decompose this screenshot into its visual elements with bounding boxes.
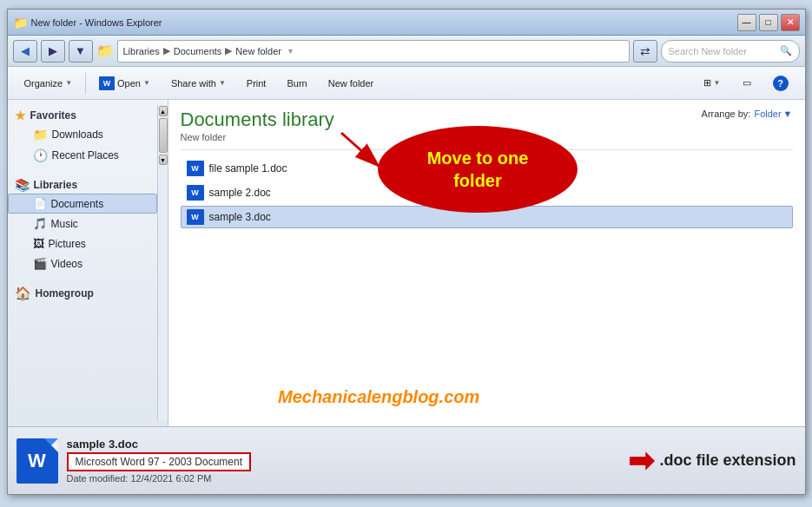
search-box[interactable]: Search New folder 🔍 bbox=[661, 40, 800, 63]
sidebar-item-music[interactable]: 🎵 Music bbox=[8, 214, 157, 234]
breadcrumb-documents[interactable]: Documents bbox=[174, 46, 222, 56]
minimize-button[interactable]: — bbox=[737, 14, 756, 31]
share-with-label: Share with bbox=[171, 78, 216, 89]
dropdown-button[interactable]: ▼ bbox=[69, 40, 93, 63]
breadcrumb-bar[interactable]: Libraries ▶ Documents ▶ New folder ▼ bbox=[117, 40, 630, 63]
file-word-icon-1: W bbox=[187, 161, 204, 176]
arrange-folder-link[interactable]: Folder ▼ bbox=[754, 109, 792, 119]
status-type-box: Microsoft Word 97 - 2003 Document bbox=[67, 452, 252, 471]
music-label: Music bbox=[51, 218, 78, 230]
recent-places-label: Recent Places bbox=[52, 149, 119, 161]
print-label: Print bbox=[247, 78, 267, 89]
file-name-1: file sample 1.doc bbox=[209, 162, 287, 174]
print-button[interactable]: Print bbox=[237, 70, 276, 96]
share-with-button[interactable]: Share with ▼ bbox=[162, 70, 235, 96]
scrollbar-up-arrow[interactable]: ▲ bbox=[159, 106, 168, 116]
file-name-2: sample 2.doc bbox=[209, 187, 271, 199]
organize-button[interactable]: Organize ▼ bbox=[15, 70, 83, 96]
new-folder-label: New folder bbox=[328, 78, 374, 89]
scrollbar-down-arrow[interactable]: ▼ bbox=[159, 155, 168, 165]
pictures-icon: 🖼 bbox=[33, 237, 44, 250]
breadcrumb-folder[interactable]: New folder bbox=[235, 46, 281, 56]
status-bar: W sample 3.doc Microsoft Word 97 - 2003 … bbox=[8, 426, 805, 494]
main-content: ★ Favorites 📁 Downloads 🕐 Recent Places bbox=[8, 100, 805, 426]
sidebar-item-recent-places[interactable]: 🕐 Recent Places bbox=[8, 145, 157, 166]
burn-label: Burn bbox=[287, 78, 307, 89]
breadcrumb-sep-1: ▶ bbox=[163, 45, 170, 56]
forward-button[interactable]: ▶ bbox=[41, 40, 65, 63]
library-info: Documents library New folder bbox=[181, 109, 334, 142]
breadcrumb-sep-2: ▶ bbox=[225, 45, 232, 56]
ext-label: .doc file extension bbox=[659, 451, 795, 470]
search-icon: 🔍 bbox=[780, 45, 792, 56]
file-area-header: Documents library New folder Arrange by:… bbox=[181, 109, 793, 142]
organize-label: Organize bbox=[24, 78, 63, 89]
open-button[interactable]: W Open ▼ bbox=[89, 70, 160, 96]
watermark-text: Mechanicalengblog.com bbox=[278, 387, 479, 407]
favorites-label: Favorites bbox=[30, 109, 76, 122]
library-title: Documents library bbox=[181, 109, 334, 131]
file-item-3[interactable]: W sample 3.doc bbox=[181, 206, 793, 228]
search-placeholder: Search New folder bbox=[669, 46, 748, 56]
sidebar-group-favorites[interactable]: ★ Favorites bbox=[8, 105, 157, 124]
libraries-icon: 📚 bbox=[15, 178, 30, 192]
pictures-label: Pictures bbox=[49, 238, 86, 250]
sidebar-item-pictures[interactable]: 🖼 Pictures bbox=[8, 234, 157, 254]
homegroup-label: Homegroup bbox=[36, 287, 94, 300]
file-word-icon-3: W bbox=[187, 209, 204, 225]
status-date-label: Date modified: bbox=[67, 473, 129, 484]
file-area-divider bbox=[181, 149, 793, 150]
libraries-label: Libraries bbox=[34, 179, 78, 191]
breadcrumb-dropdown-icon: ▼ bbox=[287, 47, 294, 56]
sidebar-group-libraries[interactable]: 📚 Libraries bbox=[8, 174, 157, 194]
file-name-3: sample 3.doc bbox=[209, 211, 271, 223]
maximize-button[interactable]: □ bbox=[759, 14, 778, 31]
refresh-button[interactable]: ⇄ bbox=[633, 40, 657, 63]
layout-button[interactable]: ▭ bbox=[733, 70, 761, 96]
sidebar-item-downloads[interactable]: 📁 Downloads bbox=[8, 124, 157, 145]
arrange-folder-label: Folder bbox=[754, 109, 781, 119]
view-icon: ⊞ bbox=[703, 77, 711, 89]
folder-title-icon: 📁 bbox=[13, 16, 28, 30]
sidebar-item-documents[interactable]: 📄 Documents bbox=[8, 194, 157, 214]
videos-icon: 🎬 bbox=[33, 257, 47, 270]
status-info: sample 3.doc Microsoft Word 97 - 2003 Do… bbox=[67, 438, 620, 484]
layout-icon: ▭ bbox=[743, 77, 751, 89]
burn-button[interactable]: Burn bbox=[277, 70, 316, 96]
downloads-icon: 📁 bbox=[33, 128, 48, 142]
music-icon: 🎵 bbox=[33, 217, 47, 230]
folder-nav-icon: 📁 bbox=[96, 43, 114, 59]
toolbar: Organize ▼ W Open ▼ Share with ▼ Print B… bbox=[8, 67, 805, 100]
downloads-label: Downloads bbox=[52, 128, 103, 141]
sidebar-scrollbar[interactable]: ▲ ▼ bbox=[157, 105, 168, 421]
documents-icon: 📄 bbox=[33, 197, 47, 210]
library-subtitle: New folder bbox=[181, 132, 334, 142]
help-button[interactable]: ? bbox=[763, 70, 798, 96]
close-button[interactable]: ✕ bbox=[781, 14, 800, 31]
sidebar-spacer-2 bbox=[8, 273, 157, 282]
sidebar-item-videos[interactable]: 🎬 Videos bbox=[8, 254, 157, 273]
breadcrumb-libraries[interactable]: Libraries bbox=[123, 46, 160, 56]
status-word-letter: W bbox=[28, 450, 46, 472]
sidebar-group-homegroup[interactable]: 🏠 Homegroup bbox=[8, 282, 157, 303]
help-icon: ? bbox=[773, 76, 789, 91]
open-chevron: ▼ bbox=[143, 79, 150, 87]
file-item-2[interactable]: W sample 2.doc bbox=[181, 181, 793, 204]
scrollbar-thumb[interactable] bbox=[159, 118, 168, 153]
bottom-arrow-icon: ➡ bbox=[628, 445, 654, 477]
back-button[interactable]: ◀ bbox=[13, 40, 37, 63]
new-folder-button[interactable]: New folder bbox=[319, 70, 384, 96]
bottom-annotation: ➡ .doc file extension bbox=[628, 445, 795, 477]
title-bar: 📁 New folder - Windows Explorer — □ ✕ bbox=[8, 10, 805, 36]
file-item-1[interactable]: W file sample 1.doc bbox=[181, 157, 793, 180]
file-list: W file sample 1.doc W sample 2.doc W sam… bbox=[181, 157, 793, 228]
homegroup-icon: 🏠 bbox=[15, 286, 31, 301]
view-button[interactable]: ⊞ ▼ bbox=[694, 70, 730, 96]
recent-places-icon: 🕐 bbox=[33, 148, 48, 162]
share-chevron: ▼ bbox=[219, 79, 226, 87]
status-date-value: 12/4/2021 6:02 PM bbox=[131, 473, 212, 484]
window-title: New folder - Windows Explorer bbox=[31, 17, 162, 28]
file-area: Documents library New folder Arrange by:… bbox=[168, 100, 805, 426]
toolbar-sep-1 bbox=[85, 73, 86, 94]
toolbar-right: ⊞ ▼ ▭ ? bbox=[694, 70, 798, 96]
